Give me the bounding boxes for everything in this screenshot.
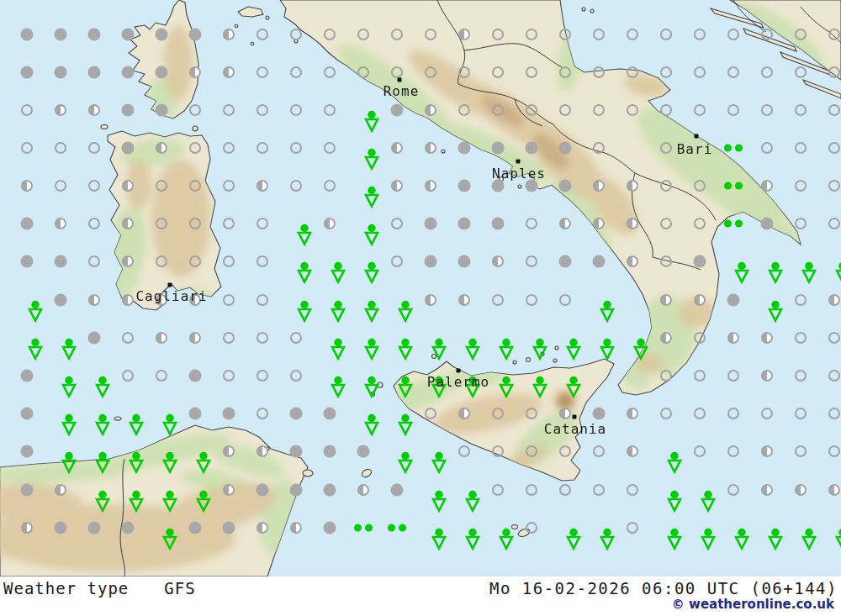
- city-dot: [168, 283, 172, 287]
- copyright-link[interactable]: © weatheronline.co.uk: [672, 597, 834, 612]
- city-label: Palermo: [427, 374, 489, 390]
- weather-map-screenshot: RomeNaplesBariCagliariPalermoCatania Wea…: [0, 0, 841, 616]
- product-label: Weather type: [3, 579, 129, 598]
- base-map: [0, 0, 841, 577]
- weather-map: RomeNaplesBariCagliariPalermoCatania: [0, 0, 841, 577]
- city-dot: [695, 134, 699, 139]
- city-label: Bari: [677, 141, 713, 157]
- city-dot: [457, 369, 461, 373]
- city-label: Cagliari: [135, 288, 207, 304]
- city-label: Catania: [544, 421, 606, 437]
- city-dot: [516, 160, 521, 164]
- city-dot: [398, 78, 402, 82]
- valid-datetime: Mo 16-02-2026 06:00 UTC (06+144): [489, 579, 838, 598]
- city-dot: [573, 415, 577, 419]
- city-label: Naples: [492, 166, 546, 182]
- map-title: Weather typeGFS: [3, 579, 196, 598]
- footer-bar: Weather typeGFS Mo 16-02-2026 06:00 UTC …: [0, 577, 841, 616]
- model-label: GFS: [164, 579, 195, 598]
- city-label: Rome: [383, 83, 420, 99]
